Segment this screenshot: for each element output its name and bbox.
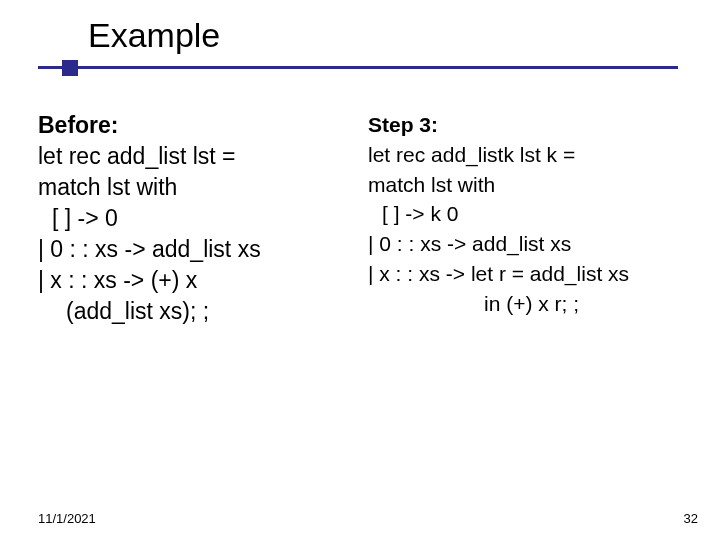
footer-date: 11/1/2021 [38, 511, 96, 526]
footer-page-number: 32 [684, 511, 698, 526]
left-line-2: match lst with [38, 172, 360, 203]
accent-line [38, 66, 678, 69]
content-area: Before: let rec add_list lst = match lst… [38, 110, 690, 327]
slide: Example Before: let rec add_list lst = m… [0, 0, 720, 540]
right-line-2: match lst with [368, 170, 690, 200]
slide-title: Example [88, 16, 220, 55]
left-heading: Before: [38, 110, 360, 141]
right-line-1: let rec add_listk lst k = [368, 140, 690, 170]
left-line-3: [ ] -> 0 [38, 203, 360, 234]
left-line-1: let rec add_list lst = [38, 141, 360, 172]
right-line-3: [ ] -> k 0 [368, 199, 690, 229]
left-line-5: | x : : xs -> (+) x [38, 265, 360, 296]
right-line-4: | 0 : : xs -> add_list xs [368, 229, 690, 259]
right-heading: Step 3: [368, 110, 690, 140]
left-column: Before: let rec add_list lst = match lst… [38, 110, 360, 327]
left-line-6: (add_list xs); ; [38, 296, 360, 327]
title-area: Example [0, 10, 720, 80]
right-line-5: | x : : xs -> let r = add_list xs [368, 259, 690, 289]
right-column: Step 3: let rec add_listk lst k = match … [368, 110, 690, 327]
right-line-6: in (+) x r; ; [368, 289, 690, 319]
left-line-4: | 0 : : xs -> add_list xs [38, 234, 360, 265]
accent-square [62, 60, 78, 76]
